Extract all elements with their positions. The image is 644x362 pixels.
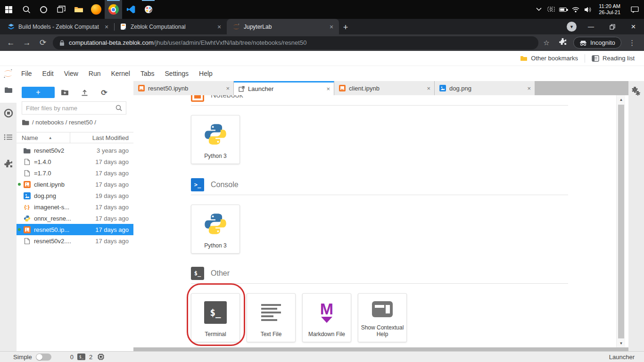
close-tab-icon[interactable]: × (527, 85, 531, 92)
volume-tray-button[interactable] (582, 7, 594, 13)
cortana-button[interactable] (35, 0, 52, 19)
terminal-count[interactable]: 2 (89, 354, 92, 361)
close-tab-icon[interactable]: × (326, 85, 330, 92)
doc-tab-resnet50[interactable]: resnet50.ipynb× (133, 81, 234, 95)
file-row-onnx[interactable]: onnx_resne...17 days ago (17, 213, 133, 224)
scrollbar-thumb[interactable] (618, 105, 624, 338)
minimize-button[interactable]: — (580, 19, 602, 34)
menu-run[interactable]: Run (83, 70, 106, 77)
launcher-card-text-file[interactable]: Text File (247, 293, 296, 342)
column-name[interactable]: Name ▲ (17, 134, 70, 141)
bookmarks-separator (585, 54, 585, 63)
launcher-card-python3-console[interactable]: Python 3 (191, 205, 240, 254)
cast-tray-button[interactable] (545, 7, 557, 12)
menu-edit[interactable]: Edit (37, 70, 59, 77)
vertical-scrollbar[interactable]: ▲ ▼ (616, 95, 625, 347)
reading-list-button[interactable]: Reading list (588, 55, 638, 62)
filter-box[interactable] (22, 101, 126, 115)
start-button[interactable] (0, 0, 17, 19)
column-last-modified[interactable]: Last Modified (70, 134, 133, 141)
firefox-button[interactable] (87, 0, 105, 19)
close-tab-icon[interactable]: × (226, 85, 230, 92)
other-bookmarks-button[interactable]: Other bookmarks (516, 55, 582, 62)
menu-file[interactable]: File (16, 70, 37, 77)
simple-mode-toggle[interactable] (36, 354, 51, 361)
breadcrumb[interactable]: / notebooks / resnet50 / (22, 119, 96, 126)
file-row-imagenet[interactable]: {:} imagenet-s...17 days ago (17, 201, 133, 213)
battery-tray-button[interactable] (557, 7, 570, 12)
json-file-icon: {:} (23, 205, 31, 210)
hidden-icons-chevron[interactable] (533, 8, 545, 11)
vscode-button[interactable] (122, 0, 140, 19)
file-row-140[interactable]: =1.4.017 days ago (17, 156, 133, 167)
launcher-card-terminal[interactable]: $_ Terminal (191, 293, 240, 342)
browser-tab-jupyterlab[interactable]: JupyterLab × (227, 19, 339, 34)
extension-manager-tab[interactable] (0, 159, 17, 168)
file-row-170[interactable]: =1.7.017 days ago (17, 167, 133, 179)
file-browser-tab[interactable] (0, 87, 17, 93)
clock[interactable]: 11:20 AM 26-Jul-21 (594, 3, 625, 16)
windows-logo-icon (5, 6, 12, 13)
file-row-dog-png[interactable]: dog.png19 days ago (17, 190, 133, 201)
new-launcher-button[interactable]: + (22, 87, 55, 98)
new-folder-button[interactable] (55, 89, 74, 96)
settings-gears-icon[interactable] (632, 87, 640, 96)
paint3d-button[interactable] (140, 0, 157, 19)
file-row-resnet50v2-file[interactable]: resnet50v2....17 days ago (17, 235, 133, 247)
file-row-resnet50v2[interactable]: resnet50v23 years ago (17, 145, 133, 156)
search-icon (116, 105, 122, 111)
doc-tab-launcher[interactable]: Launcher× (234, 81, 334, 95)
file-row-client-ipynb[interactable]: client.ipynb17 days ago (17, 179, 133, 190)
chrome-button[interactable] (105, 0, 122, 19)
close-tab-icon[interactable]: × (328, 23, 335, 31)
close-tab-icon[interactable]: × (427, 85, 430, 92)
close-window-button[interactable]: × (623, 19, 644, 34)
kernel-count[interactable]: 0 (70, 354, 74, 361)
launcher-card-contextual-help[interactable]: Show Contextual Help (358, 293, 407, 342)
reload-button[interactable]: ⟳ (35, 38, 51, 48)
action-center-button[interactable] (625, 6, 644, 13)
other-bookmarks-label: Other bookmarks (531, 55, 578, 62)
upload-button[interactable] (74, 89, 94, 96)
address-bar[interactable]: computational-beta.zeblok.com/jhub/user/… (53, 36, 538, 49)
task-view-button[interactable] (52, 0, 70, 19)
section-divider (191, 105, 568, 106)
bookmark-star-button[interactable]: ☆ (538, 39, 554, 47)
taskbar-search-button[interactable] (17, 0, 35, 19)
refresh-button[interactable]: ⟳ (94, 88, 114, 97)
running-sessions-tab[interactable] (0, 108, 17, 118)
file-row-resnet50-ipynb-selected[interactable]: resnet50.ip...17 days ago (17, 224, 133, 235)
doc-tab-dog-png[interactable]: dog.png× (435, 81, 535, 95)
scroll-down-icon[interactable]: ▼ (617, 340, 626, 346)
browser-menu-button[interactable]: ⋮ (624, 39, 640, 47)
back-button[interactable]: ← (3, 38, 19, 48)
cpu-chip-icon[interactable] (97, 353, 105, 361)
section-title: Console (211, 181, 239, 189)
close-tab-icon[interactable]: × (215, 23, 223, 31)
text-file-icon (261, 304, 281, 321)
browser-tab-build-models[interactable]: Build Models - Zeblok Computati × (2, 19, 114, 34)
table-of-contents-tab[interactable] (0, 134, 17, 140)
notebook-icon (23, 181, 31, 188)
doc-tab-client[interactable]: client.ipynb× (334, 81, 435, 95)
menu-tabs[interactable]: Tabs (135, 70, 160, 77)
launcher-card-python3-notebook[interactable]: Python 3 (191, 115, 240, 164)
menu-view[interactable]: View (59, 70, 83, 77)
scroll-up-icon[interactable]: ▲ (617, 96, 626, 103)
menu-help[interactable]: Help (194, 70, 218, 77)
section-divider (191, 283, 568, 284)
close-tab-icon[interactable]: × (103, 23, 110, 31)
extensions-button[interactable] (554, 38, 570, 48)
task-view-icon (57, 6, 66, 13)
menu-settings[interactable]: Settings (160, 70, 194, 77)
menu-kernel[interactable]: Kernel (106, 70, 135, 77)
wifi-tray-button[interactable] (570, 7, 582, 13)
file-explorer-button[interactable] (70, 0, 87, 19)
filter-files-input[interactable] (26, 105, 116, 112)
new-tab-button[interactable]: + (339, 21, 352, 34)
launcher-card-markdown[interactable]: M Markdown File (302, 293, 351, 342)
restore-button[interactable] (602, 19, 623, 34)
browser-tab-zeblok[interactable]: Zeblok Computational × (115, 19, 227, 34)
forward-button[interactable]: → (19, 38, 35, 48)
tab-search-button[interactable]: ▼ (567, 22, 577, 32)
